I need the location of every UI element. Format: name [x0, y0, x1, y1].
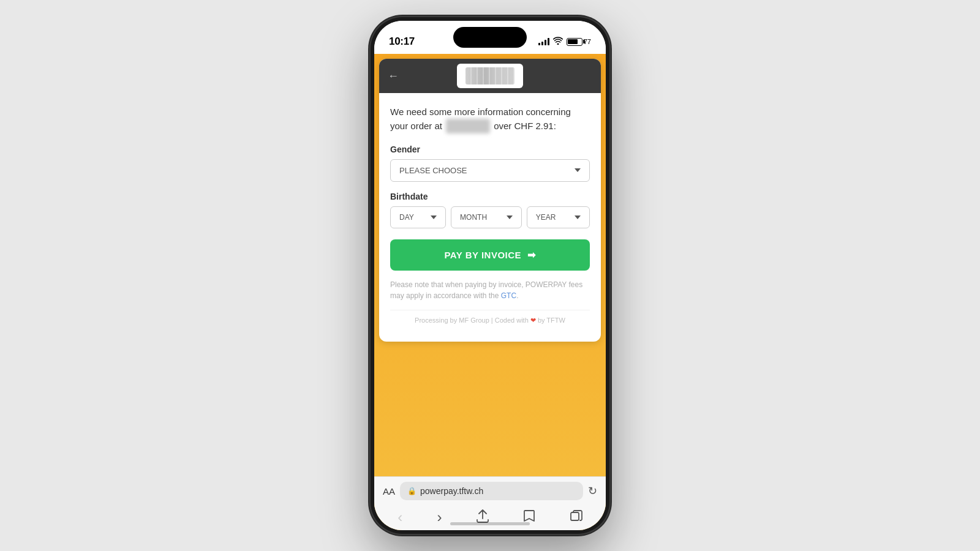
battery-fill [568, 39, 578, 44]
url-bar: AA 🔒 powerpay.tftw.ch ↻ [374, 477, 606, 505]
year-chevron-icon [575, 216, 581, 219]
signal-bar-2 [541, 42, 543, 45]
url-field[interactable]: 🔒 powerpay.tftw.ch [400, 482, 583, 500]
full-screen-bg: ← We need some more information concerni… [374, 54, 606, 530]
app-header: ← [379, 59, 601, 93]
blurred-merchant-name: ██████ [446, 119, 490, 133]
browser-forward-button[interactable]: › [431, 506, 448, 528]
gtc-link[interactable]: GTC [501, 291, 516, 300]
merchant-logo [466, 67, 514, 84]
day-chevron-icon [431, 216, 437, 219]
status-icons: 77 [538, 37, 591, 47]
screen: 10:17 [374, 21, 606, 530]
svg-rect-0 [571, 512, 579, 520]
disclaimer-text: Please note that when paying by invoice,… [390, 279, 590, 301]
browser-back-button[interactable]: ‹ [391, 506, 409, 528]
web-card: ← We need some more information concerni… [379, 59, 601, 342]
home-indicator [450, 522, 530, 525]
aa-button[interactable]: AA [383, 486, 395, 497]
year-select[interactable]: YEAR [527, 206, 590, 228]
status-bar: 10:17 [374, 21, 606, 54]
signal-bar-3 [545, 40, 546, 45]
signal-bar-4 [548, 38, 549, 45]
battery-container: 77 [567, 38, 591, 46]
logo-box [457, 64, 523, 88]
day-select[interactable]: DAY [390, 206, 446, 228]
day-placeholder: DAY [399, 213, 414, 222]
gender-label: Gender [390, 144, 590, 154]
gender-placeholder: PLEASE CHOOSE [399, 166, 467, 175]
chevron-down-icon [575, 168, 581, 172]
battery-icon [567, 38, 582, 46]
signal-icon [538, 38, 549, 45]
pay-btn-label: PAY BY INVOICE [444, 250, 521, 260]
form-content: We need some more information concerning… [379, 93, 601, 342]
url-text: powerpay.tftw.ch [420, 486, 483, 496]
gender-select[interactable]: PLEASE CHOOSE [390, 159, 590, 182]
info-text: We need some more information concerning… [390, 105, 590, 133]
arrow-right-icon: ➡ [527, 249, 536, 261]
dynamic-island [453, 27, 527, 48]
nav-bar: ‹ › [374, 505, 606, 530]
gender-select-wrapper: PLEASE CHOOSE [390, 159, 590, 182]
pay-by-invoice-button[interactable]: PAY BY INVOICE ➡ [390, 239, 590, 271]
month-placeholder: MONTH [460, 213, 487, 222]
status-time: 10:17 [389, 36, 415, 48]
tabs-button[interactable] [564, 508, 589, 528]
birthdate-row: DAY MONTH YEAR [390, 206, 590, 228]
lock-icon: 🔒 [407, 487, 417, 495]
signal-bar-1 [538, 43, 540, 45]
phone-frame: 10:17 [371, 17, 609, 534]
content-area: ← We need some more information concerni… [374, 54, 606, 530]
wifi-icon [553, 37, 563, 47]
birthdate-label: Birthdate [390, 192, 590, 201]
footer-text: Processing by MF Group | Coded with ❤ by… [390, 310, 590, 332]
reload-button[interactable]: ↻ [588, 484, 597, 498]
back-button[interactable]: ← [388, 70, 399, 83]
month-chevron-icon [507, 216, 513, 219]
heart-icon: ❤ [530, 317, 536, 324]
year-placeholder: YEAR [536, 213, 556, 222]
month-select[interactable]: MONTH [451, 206, 522, 228]
